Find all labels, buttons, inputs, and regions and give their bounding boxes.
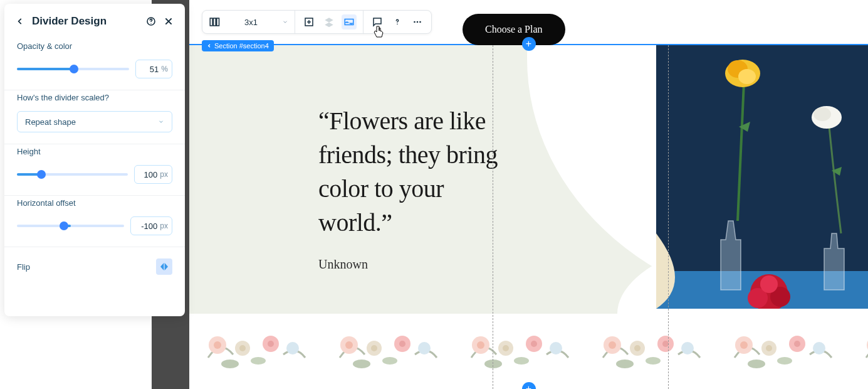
svg-point-30 [286,342,299,354]
layout-selector[interactable]: 3x1 [202,11,295,33]
scale-selected: Repeat shape [25,117,76,127]
quote-text: “Flowers are like friends; they bring co… [318,104,506,240]
opacity-value-box[interactable]: % [135,60,172,78]
scale-label: How's the divider scaled? [17,93,172,102]
quote-block: “Flowers are like friends; they bring co… [318,104,506,272]
svg-point-21 [760,275,778,293]
svg-point-41 [477,341,484,349]
svg-point-28 [251,357,266,365]
svg-point-25 [239,345,246,351]
svg-point-56 [616,360,634,368]
more-icon[interactable] [410,14,425,29]
opacity-input[interactable] [140,65,159,74]
svg-point-52 [634,345,641,351]
floral-pattern [584,314,709,383]
svg-rect-4 [217,18,219,26]
canvas: 3x1 [189,0,868,389]
plan-button-label: Choose a Plan [485,24,543,35]
stretch-icon[interactable] [301,14,316,29]
toolbar-group-display [295,11,363,33]
svg-point-46 [514,357,529,365]
divider-tool-icon[interactable] [342,14,357,29]
help-icon[interactable] [146,16,156,26]
opacity-section: Opacity & color % [4,39,185,90]
toolbar-group-actions [363,11,431,33]
offset-unit: px [160,221,168,230]
column-guide [668,45,669,389]
quote-author: Unknown [318,257,506,272]
section-toolbar: 3x1 [202,10,432,34]
section-tag[interactable]: Section #section4 [202,40,274,51]
svg-point-27 [268,341,274,347]
section-tag-label: Section #section4 [214,42,269,50]
floral-pattern [847,314,868,383]
close-icon[interactable] [164,16,174,26]
svg-point-15 [738,69,756,84]
panel-header: Divider Design [4,4,185,39]
svg-point-64 [777,357,792,365]
floral-pattern [716,314,841,383]
svg-point-1 [150,23,151,24]
add-section-button[interactable]: + [522,37,536,51]
chevron-down-icon [158,119,164,125]
layout-label: 3x1 [244,18,258,27]
chevron-down-icon [282,19,288,25]
comment-icon[interactable] [370,14,385,29]
panel-title: Divider Design [32,15,139,28]
svg-point-59 [740,341,748,349]
svg-rect-2 [210,18,212,26]
offset-label: Horizontal offset [17,198,172,208]
svg-point-17 [813,107,831,121]
opacity-unit: % [161,65,168,73]
svg-point-57 [681,342,694,354]
columns-icon [209,16,220,28]
height-input[interactable] [139,170,157,179]
help-icon[interactable] [390,14,405,29]
svg-point-65 [748,360,765,368]
floral-divider [189,314,868,389]
svg-point-45 [531,341,537,347]
svg-point-63 [794,341,800,347]
svg-point-37 [382,357,397,365]
svg-point-23 [214,341,221,349]
svg-point-7 [397,24,398,25]
floral-pattern [321,314,446,383]
svg-point-8 [414,21,416,23]
flip-section: Flip [4,247,185,286]
flower-photo [656,45,868,309]
height-slider[interactable] [17,173,128,176]
offset-value-box[interactable]: px [130,216,172,235]
svg-point-34 [371,345,377,351]
layers-icon[interactable] [322,14,337,29]
column-guide [493,45,493,389]
svg-point-32 [345,341,353,349]
floral-pattern [189,314,315,383]
svg-point-61 [766,345,772,351]
flip-button[interactable] [156,258,172,275]
back-icon[interactable] [16,17,24,26]
svg-point-43 [503,345,509,351]
svg-point-38 [353,360,370,368]
height-unit: px [160,170,168,179]
svg-point-55 [646,357,661,365]
scale-section: How's the divider scaled? Repeat shape [4,90,185,144]
svg-point-47 [484,360,502,368]
opacity-slider[interactable] [17,68,129,70]
svg-rect-3 [214,18,216,26]
height-value-box[interactable]: px [134,165,172,184]
offset-slider[interactable] [17,225,124,227]
svg-point-50 [609,341,616,349]
svg-point-36 [399,341,405,347]
svg-point-10 [419,21,421,23]
offset-input[interactable] [135,221,157,231]
floral-pattern [452,314,578,383]
choose-plan-button[interactable]: Choose a Plan [463,14,565,45]
svg-point-39 [418,342,431,354]
svg-point-29 [221,360,239,368]
svg-point-66 [813,342,825,354]
offset-section: Horizontal offset px [4,196,185,247]
height-label: Height [17,147,172,156]
flip-label: Flip [17,262,30,272]
scale-select[interactable]: Repeat shape [17,111,172,132]
divider-design-panel: Divider Design Opacity & color % How's t… [4,4,185,316]
